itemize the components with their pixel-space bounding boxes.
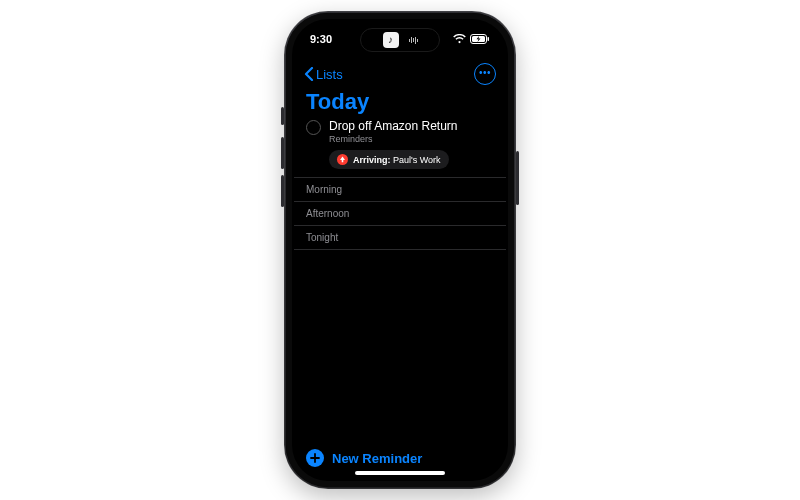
location-name: Paul's Work <box>393 155 441 165</box>
ellipsis-icon: ••• <box>479 68 491 78</box>
back-button[interactable]: Lists <box>304 67 343 82</box>
phone-frame: ♪ 9:30 <box>284 11 516 489</box>
wifi-icon <box>453 34 466 44</box>
location-tag[interactable]: Arriving: Paul's Work <box>329 150 449 169</box>
home-indicator[interactable] <box>355 471 445 475</box>
back-label: Lists <box>316 67 343 82</box>
more-button[interactable]: ••• <box>474 63 496 85</box>
reminder-title: Drop off Amazon Return <box>329 119 458 133</box>
location-prefix: Arriving: <box>353 155 391 165</box>
new-reminder-label[interactable]: New Reminder <box>332 451 422 466</box>
island-app-icon: ♪ <box>383 32 399 48</box>
battery-charging-icon <box>470 34 490 44</box>
location-arrive-icon <box>337 154 348 165</box>
stage: ♪ 9:30 <box>0 0 800 500</box>
section-tonight[interactable]: Tonight <box>294 225 506 250</box>
volume-up-button <box>281 137 284 169</box>
volume-down-button <box>281 175 284 207</box>
nav-bar: Lists ••• <box>294 59 506 89</box>
page-title: Today <box>306 89 369 115</box>
phone-bezel: ♪ 9:30 <box>286 13 514 487</box>
new-reminder-button[interactable] <box>306 449 324 467</box>
section-morning[interactable]: Morning <box>294 177 506 201</box>
chevron-left-icon <box>304 67 314 81</box>
reminder-item[interactable]: Drop off Amazon Return Reminders Arrivin… <box>306 119 506 169</box>
reminder-text: Drop off Amazon Return Reminders <box>329 119 458 144</box>
side-button <box>516 151 519 205</box>
time-sections: Morning Afternoon Tonight <box>294 177 506 250</box>
ring-switch <box>281 107 284 125</box>
svg-rect-1 <box>488 37 490 41</box>
section-afternoon[interactable]: Afternoon <box>294 201 506 225</box>
plus-icon <box>310 453 320 463</box>
waveform-icon <box>409 37 418 44</box>
music-note-icon: ♪ <box>388 35 393 45</box>
reminder-list-name: Reminders <box>329 134 458 144</box>
dynamic-island[interactable]: ♪ <box>360 28 440 52</box>
location-label: Arriving: Paul's Work <box>353 155 441 165</box>
status-time: 9:30 <box>310 33 350 45</box>
screen: ♪ 9:30 <box>294 21 506 479</box>
completion-circle[interactable] <box>306 120 321 135</box>
bottom-toolbar: New Reminder <box>294 449 506 467</box>
status-icons <box>453 34 490 44</box>
